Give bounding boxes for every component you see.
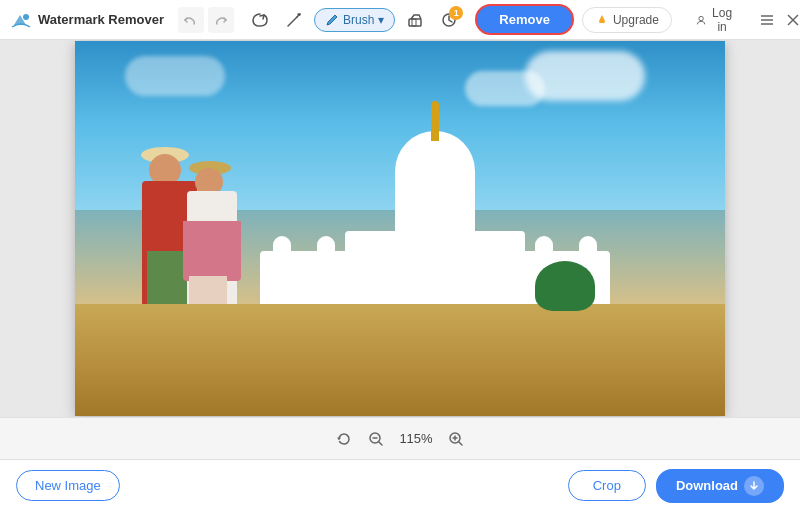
zoom-out-icon bbox=[368, 431, 384, 447]
decoration-bump bbox=[535, 236, 553, 254]
eraser-icon bbox=[406, 11, 424, 29]
titlebar-right: Upgrade Log in bbox=[582, 1, 800, 39]
upgrade-button[interactable]: Upgrade bbox=[582, 7, 672, 33]
redo-icon bbox=[214, 13, 227, 26]
zoom-out-button[interactable] bbox=[364, 427, 388, 451]
reset-icon bbox=[336, 431, 352, 447]
footer-bar: New Image Crop Download bbox=[0, 459, 800, 511]
close-icon bbox=[786, 13, 800, 27]
history-button[interactable]: 1 bbox=[435, 6, 463, 34]
person2-skirt bbox=[183, 221, 241, 281]
download-label: Download bbox=[676, 478, 738, 493]
brush-label: Brush bbox=[343, 13, 374, 27]
titlebar: Watermark Remover bbox=[0, 0, 800, 40]
svg-point-0 bbox=[23, 14, 29, 20]
svg-rect-10 bbox=[599, 21, 605, 23]
vegetation bbox=[535, 261, 595, 311]
magic-wand-icon bbox=[285, 11, 303, 29]
status-bar: 115% bbox=[0, 417, 800, 459]
ground-area bbox=[75, 304, 725, 417]
decoration-bump bbox=[360, 236, 378, 254]
brush-icon bbox=[325, 13, 339, 27]
lasso-icon bbox=[251, 11, 269, 29]
history-badge: 1 bbox=[449, 6, 463, 20]
decoration-bump bbox=[579, 236, 597, 254]
app-title: Watermark Remover bbox=[38, 12, 164, 27]
decoration-bump bbox=[317, 236, 335, 254]
upgrade-label: Upgrade bbox=[613, 13, 659, 27]
magic-wand-button[interactable] bbox=[280, 6, 308, 34]
upgrade-icon bbox=[595, 13, 609, 27]
nav-controls bbox=[178, 7, 234, 33]
svg-line-1 bbox=[288, 17, 297, 26]
svg-point-11 bbox=[699, 16, 703, 20]
stupa-main bbox=[395, 131, 475, 311]
temple-decorations bbox=[260, 236, 610, 256]
cloud-3 bbox=[125, 56, 225, 96]
decoration-bump bbox=[404, 236, 422, 254]
decoration-bump bbox=[492, 236, 510, 254]
reset-zoom-button[interactable] bbox=[332, 427, 356, 451]
brush-dropdown-icon: ▾ bbox=[378, 13, 384, 27]
svg-line-19 bbox=[379, 442, 382, 445]
undo-button[interactable] bbox=[178, 7, 204, 33]
zoom-in-icon bbox=[448, 431, 464, 447]
brush-tool-button[interactable]: Brush ▾ bbox=[314, 8, 395, 32]
crop-button[interactable]: Crop bbox=[568, 470, 646, 501]
login-button[interactable]: Log in bbox=[684, 1, 746, 39]
download-icon bbox=[744, 476, 764, 496]
zoom-level-display: 115% bbox=[396, 431, 436, 446]
lasso-tool-button[interactable] bbox=[246, 6, 274, 34]
canvas-image[interactable] bbox=[75, 41, 725, 416]
app-logo-icon bbox=[10, 9, 32, 31]
close-button[interactable] bbox=[784, 11, 800, 29]
menu-button[interactable] bbox=[758, 11, 776, 29]
download-arrow-icon bbox=[748, 480, 760, 492]
footer-right-actions: Crop Download bbox=[568, 469, 784, 503]
zoom-in-button[interactable] bbox=[444, 427, 468, 451]
main-canvas-area[interactable] bbox=[0, 40, 800, 417]
remove-button[interactable]: Remove bbox=[475, 4, 574, 35]
tool-controls: Brush ▾ 1 bbox=[246, 6, 463, 34]
new-image-button[interactable]: New Image bbox=[16, 470, 120, 501]
svg-rect-7 bbox=[409, 19, 421, 26]
logo-area: Watermark Remover bbox=[10, 9, 164, 31]
svg-rect-8 bbox=[412, 19, 416, 26]
login-label: Log in bbox=[710, 6, 734, 34]
zoom-controls: 115% bbox=[332, 427, 468, 451]
image-display[interactable] bbox=[75, 41, 725, 416]
svg-line-23 bbox=[459, 442, 462, 445]
download-button[interactable]: Download bbox=[656, 469, 784, 503]
window-controls bbox=[758, 11, 800, 29]
people-subject bbox=[127, 111, 287, 311]
redo-button[interactable] bbox=[208, 7, 234, 33]
eraser-button[interactable] bbox=[401, 6, 429, 34]
decoration-bump bbox=[448, 236, 466, 254]
undo-icon bbox=[184, 13, 197, 26]
user-icon bbox=[696, 13, 706, 27]
stupa-spire bbox=[431, 101, 439, 141]
hamburger-icon bbox=[759, 12, 775, 28]
